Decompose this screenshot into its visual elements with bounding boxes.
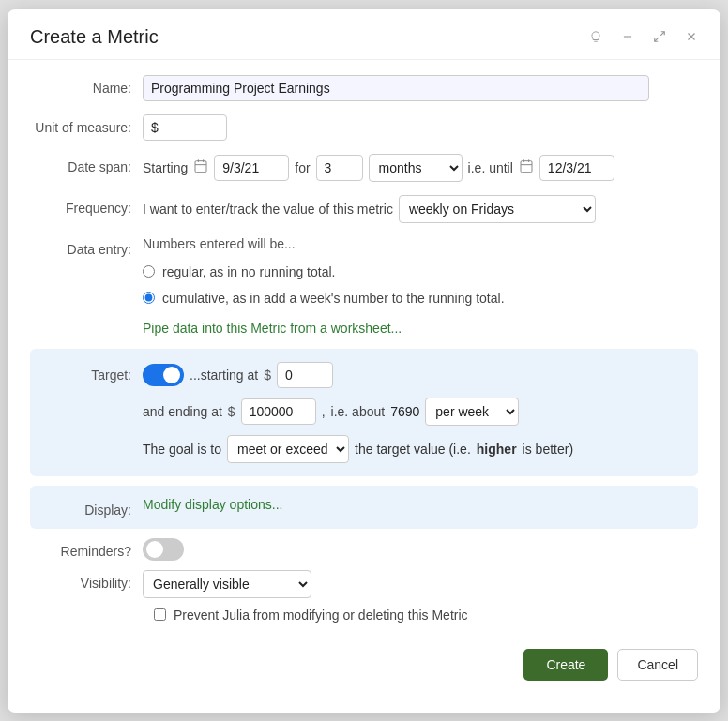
for-text: for bbox=[295, 160, 310, 175]
end-date-group bbox=[519, 155, 614, 181]
dollar-end: $ bbox=[228, 404, 235, 419]
date-span-row: Date span: Starting for months weeks day… bbox=[30, 154, 698, 182]
unit-content bbox=[143, 114, 698, 141]
dialog-title: Create a Metric bbox=[30, 26, 159, 48]
ending-at-content: and ending at $ , i.e. about 7690 per we… bbox=[143, 398, 683, 426]
unit-input[interactable] bbox=[143, 114, 227, 141]
ie-about-text: i.e. about bbox=[331, 404, 386, 419]
minimize-icon[interactable] bbox=[617, 26, 638, 47]
ending-at-spacer bbox=[30, 398, 143, 403]
frequency-select[interactable]: weekly on Fridays daily monthly bbox=[399, 195, 596, 223]
per-week-select[interactable]: per week per day per month bbox=[425, 398, 519, 426]
target-toggle-slider bbox=[143, 364, 184, 386]
starting-at-text: ...starting at bbox=[190, 368, 258, 383]
modify-display-link[interactable]: Modify display options... bbox=[143, 497, 282, 512]
regular-label: regular, as in no running total. bbox=[162, 264, 335, 279]
prevent-row: Prevent Julia from modifying or deleting… bbox=[154, 608, 698, 623]
data-entry-label: Data entry: bbox=[30, 236, 143, 257]
svg-line-1 bbox=[660, 32, 664, 36]
prevent-label: Prevent Julia from modifying or deleting… bbox=[174, 608, 468, 623]
ending-at-input[interactable] bbox=[241, 398, 316, 425]
reminders-toggle-slider bbox=[143, 538, 184, 561]
name-input[interactable] bbox=[143, 75, 649, 101]
ending-at-row: and ending at $ , i.e. about 7690 per we… bbox=[30, 398, 683, 426]
data-entry-intro: Numbers entered will be... bbox=[143, 236, 296, 251]
display-section: Display: Modify display options... bbox=[30, 486, 698, 529]
name-label: Name: bbox=[30, 75, 143, 96]
display-label: Display: bbox=[30, 497, 143, 518]
cumulative-label: cumulative, as in add a week's number to… bbox=[162, 291, 505, 306]
display-content: Modify display options... bbox=[143, 497, 683, 512]
target-toggle-row: Target: ...starting at $ bbox=[30, 362, 683, 388]
header-icons bbox=[585, 26, 702, 47]
close-icon[interactable] bbox=[681, 26, 702, 47]
ie-about-value: 7690 bbox=[390, 404, 419, 419]
target-toggle[interactable] bbox=[143, 364, 184, 386]
starting-at-input[interactable] bbox=[277, 362, 333, 388]
cumulative-radio[interactable] bbox=[143, 292, 155, 304]
frequency-intro: I want to enter/track the value of this … bbox=[143, 202, 393, 217]
name-content bbox=[143, 75, 698, 101]
dialog-header: Create a Metric bbox=[8, 9, 720, 60]
dialog-footer: Create Cancel bbox=[8, 638, 720, 699]
start-date-group bbox=[193, 155, 289, 181]
target-label: Target: bbox=[30, 362, 143, 383]
svg-rect-9 bbox=[521, 161, 532, 173]
goal-row: The goal is to meet or exceed stay below… bbox=[30, 435, 683, 463]
svg-line-2 bbox=[655, 38, 659, 41]
end-date-input[interactable] bbox=[539, 155, 614, 181]
visibility-row: Visibility: Generally visible Private Te… bbox=[30, 570, 698, 598]
svg-rect-5 bbox=[195, 161, 206, 173]
calendar-end-icon bbox=[519, 158, 534, 176]
create-metric-dialog: Create a Metric Name: Unit bbox=[8, 9, 720, 713]
starting-text: Starting bbox=[143, 160, 188, 175]
goal-spacer bbox=[30, 435, 143, 441]
reminders-content bbox=[143, 538, 698, 561]
frequency-row: Frequency: I want to enter/track the val… bbox=[30, 195, 698, 223]
visibility-select[interactable]: Generally visible Private Team only bbox=[143, 570, 311, 598]
goal-select[interactable]: meet or exceed stay below bbox=[227, 435, 349, 463]
comma: , bbox=[322, 404, 326, 419]
name-row: Name: bbox=[30, 75, 698, 101]
pipe-data-link[interactable]: Pipe data into this Metric from a worksh… bbox=[143, 321, 402, 336]
goal-suffix-1: the target value (i.e. bbox=[355, 442, 471, 457]
ie-until-text: i.e. until bbox=[468, 160, 513, 175]
prevent-checkbox[interactable] bbox=[154, 608, 166, 621]
cancel-button[interactable]: Cancel bbox=[617, 649, 698, 681]
goal-suffix-2: is better) bbox=[523, 442, 573, 457]
unit-label: Unit of measure: bbox=[30, 114, 143, 135]
regular-radio-row: regular, as in no running total. bbox=[143, 264, 335, 279]
visibility-content: Generally visible Private Team only bbox=[143, 570, 698, 598]
target-section: Target: ...starting at $ and ending at $ bbox=[30, 349, 698, 476]
date-span-label: Date span: bbox=[30, 154, 143, 174]
ending-at-text: and ending at bbox=[143, 404, 222, 419]
goal-prefix: The goal is to bbox=[143, 442, 221, 457]
calendar-start-icon bbox=[193, 158, 208, 176]
months-select[interactable]: months weeks days bbox=[369, 154, 463, 182]
dollar-start: $ bbox=[264, 368, 271, 383]
resize-icon[interactable] bbox=[649, 26, 670, 47]
display-row: Display: Modify display options... bbox=[30, 497, 683, 518]
frequency-content: I want to enter/track the value of this … bbox=[143, 195, 698, 223]
target-toggle-content: ...starting at $ bbox=[143, 362, 683, 388]
date-span-content: Starting for months weeks days i.e. unti… bbox=[143, 154, 698, 182]
reminders-toggle[interactable] bbox=[143, 538, 184, 561]
data-entry-content: Numbers entered will be... regular, as i… bbox=[143, 236, 698, 336]
reminders-row: Reminders? bbox=[30, 538, 698, 561]
data-entry-row: Data entry: Numbers entered will be... r… bbox=[30, 236, 698, 336]
goal-bold: higher bbox=[477, 442, 517, 457]
cumulative-radio-row: cumulative, as in add a week's number to… bbox=[143, 291, 505, 306]
regular-radio[interactable] bbox=[143, 265, 155, 278]
for-value-input[interactable] bbox=[316, 155, 363, 181]
bulb-icon[interactable] bbox=[585, 26, 606, 47]
goal-content: The goal is to meet or exceed stay below… bbox=[143, 435, 683, 463]
frequency-label: Frequency: bbox=[30, 195, 143, 216]
create-button[interactable]: Create bbox=[523, 649, 608, 681]
visibility-label: Visibility: bbox=[30, 570, 143, 591]
start-date-input[interactable] bbox=[214, 155, 289, 181]
dialog-body: Name: Unit of measure: Date span: Starti… bbox=[8, 60, 720, 638]
unit-row: Unit of measure: bbox=[30, 114, 698, 141]
reminders-label: Reminders? bbox=[30, 538, 143, 559]
